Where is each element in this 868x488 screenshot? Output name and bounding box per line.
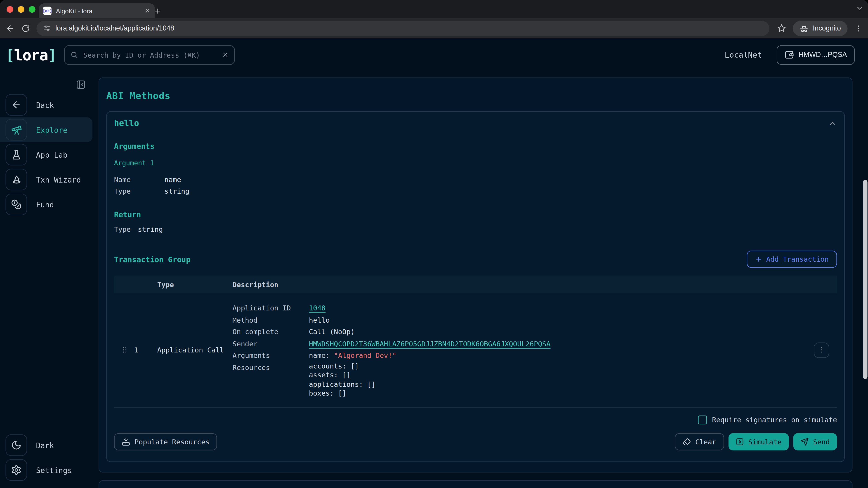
- main-content: ABI Methods hello Arguments Argument 1 N…: [90, 71, 868, 488]
- drag-handle-icon[interactable]: [121, 347, 128, 354]
- logo-text: lora: [14, 46, 48, 63]
- wallet-address-label: HMWD…PQSA: [799, 51, 847, 59]
- col-type: Type: [157, 280, 232, 289]
- require-signatures-row: Require signatures on simulate: [114, 415, 837, 424]
- resources-label: Resources: [232, 361, 309, 398]
- wallet-button[interactable]: HMWD…PQSA: [776, 45, 855, 65]
- tab-search-chevron-icon[interactable]: [856, 4, 864, 12]
- resources-accounts: accounts: []: [309, 361, 376, 370]
- browser-tab[interactable]: [ak] AlgoKit - lora: [39, 3, 155, 18]
- sidebar-item-settings[interactable]: Settings: [0, 457, 90, 482]
- on-complete-value: Call (NoOp): [309, 326, 355, 338]
- back-button[interactable]: [5, 24, 15, 33]
- transaction-table-header: Type Description: [114, 275, 837, 293]
- row-index: 1: [134, 346, 157, 354]
- logo-bracket-right: ]: [48, 46, 56, 63]
- method-name: hello: [114, 119, 139, 128]
- incognito-icon: [800, 24, 809, 33]
- url-bar[interactable]: lora.algokit.io/localnet/application/104…: [37, 21, 770, 36]
- resources-assets: assets: []: [309, 371, 376, 380]
- sidebar-item-fund[interactable]: Fund: [0, 192, 90, 217]
- populate-resources-button[interactable]: Populate Resources: [114, 433, 217, 450]
- arguments-label: Arguments: [232, 350, 309, 362]
- maximize-window-button[interactable]: [29, 6, 35, 12]
- sender-label: Sender: [232, 338, 309, 350]
- reload-button[interactable]: [22, 24, 30, 33]
- page-content: [lora] LocalNet HMWD…PQSA: [0, 38, 868, 488]
- state-card: State Global Box: [98, 480, 852, 488]
- sidebar-item-txn-wizard[interactable]: Txn Wizard: [0, 167, 90, 192]
- arg-name-value: name: [164, 174, 181, 185]
- add-transaction-button[interactable]: Add Transaction: [747, 251, 837, 268]
- transaction-group-title: Transaction Group: [114, 255, 190, 264]
- sidebar: Back Explore App Lab: [0, 71, 90, 488]
- telescope-icon: [5, 119, 27, 141]
- application-id-label: Application ID: [232, 302, 309, 314]
- gear-icon: [5, 459, 27, 481]
- bookmark-star-icon[interactable]: [777, 24, 786, 33]
- send-icon: [800, 437, 809, 446]
- clear-button[interactable]: Clear: [675, 433, 724, 450]
- tab-title: AlgoKit - lora: [56, 7, 140, 14]
- chevron-up-icon[interactable]: [828, 119, 837, 128]
- transaction-table: Type Description 1 Application Call: [114, 275, 837, 408]
- col-description: Description: [232, 280, 806, 289]
- search-icon: [70, 51, 78, 59]
- table-row: 1 Application Call Application ID1048 Me…: [114, 293, 837, 408]
- argument-string-value: "Algorand Dev!": [334, 351, 396, 360]
- sidebar-item-app-lab[interactable]: App Lab: [0, 142, 90, 167]
- return-details: Type string: [114, 223, 837, 235]
- wizard-hat-icon: [5, 169, 27, 191]
- on-complete-label: On complete: [232, 326, 309, 338]
- simulate-button[interactable]: Simulate: [728, 433, 789, 450]
- method-label: Method: [232, 314, 309, 326]
- browser-toolbar: lora.algokit.io/localnet/application/104…: [0, 18, 868, 38]
- page-scrollbar-thumb[interactable]: [863, 180, 868, 379]
- resources-values: accounts: [] assets: [] applications: []…: [309, 361, 376, 398]
- row-type: Application Call: [157, 346, 232, 354]
- argument-name-prefix: name:: [309, 351, 334, 360]
- lora-logo[interactable]: [lora]: [5, 46, 56, 63]
- moon-icon: [5, 434, 27, 456]
- browser-titlebar: [ak] AlgoKit - lora: [0, 0, 868, 18]
- kebab-icon: [818, 347, 825, 354]
- row-menu-button[interactable]: [814, 342, 829, 358]
- action-buttons-row: Populate Resources Clear: [114, 433, 837, 450]
- close-window-button[interactable]: [6, 6, 13, 12]
- site-settings-icon[interactable]: [43, 24, 51, 32]
- require-signatures-label: Require signatures on simulate: [712, 416, 837, 424]
- abi-methods-title: ABI Methods: [106, 90, 845, 101]
- return-type-value: string: [138, 223, 163, 235]
- return-type-label: Type: [114, 223, 138, 235]
- sidebar-item-back[interactable]: Back: [0, 92, 90, 117]
- browser-menu-icon[interactable]: [854, 24, 863, 33]
- flask-icon: [5, 144, 27, 166]
- browser-window: [ak] AlgoKit - lora lora.algokit.io/loca…: [0, 0, 868, 488]
- require-signatures-checkbox[interactable]: [698, 415, 707, 424]
- back-arrow-icon: [5, 94, 27, 116]
- resources-applications: applications: []: [309, 380, 376, 389]
- arg-type-value: string: [164, 185, 189, 197]
- search-clear-icon[interactable]: [222, 52, 228, 58]
- new-tab-button[interactable]: [154, 7, 162, 15]
- eraser-icon: [683, 437, 691, 446]
- incognito-label: Incognito: [813, 24, 841, 32]
- search-box[interactable]: [64, 45, 235, 65]
- sidebar-item-explore[interactable]: Explore: [0, 117, 92, 142]
- return-title: Return: [114, 210, 837, 219]
- window-controls: [0, 6, 35, 12]
- sender-address-link[interactable]: HMWDSHQCOPD2T36WBAHLAZ6PO5GDJJZBN4D2TODK…: [309, 338, 551, 350]
- network-label[interactable]: LocalNet: [725, 51, 762, 59]
- argument-1-details: Namename Typestring: [114, 174, 837, 197]
- sidebar-collapse-icon[interactable]: [76, 80, 86, 90]
- search-input[interactable]: [82, 50, 217, 60]
- logo-bracket-left: [: [5, 46, 14, 63]
- send-button[interactable]: Send: [793, 433, 837, 450]
- tab-close-icon[interactable]: [145, 8, 151, 14]
- minimize-window-button[interactable]: [18, 6, 24, 12]
- application-id-link[interactable]: 1048: [309, 302, 326, 314]
- plus-icon: [755, 256, 763, 263]
- download-icon: [122, 437, 130, 446]
- abi-method-hello-card: hello Arguments Argument 1 Namename Type…: [106, 111, 845, 462]
- sidebar-item-theme-dark[interactable]: Dark: [0, 433, 90, 457]
